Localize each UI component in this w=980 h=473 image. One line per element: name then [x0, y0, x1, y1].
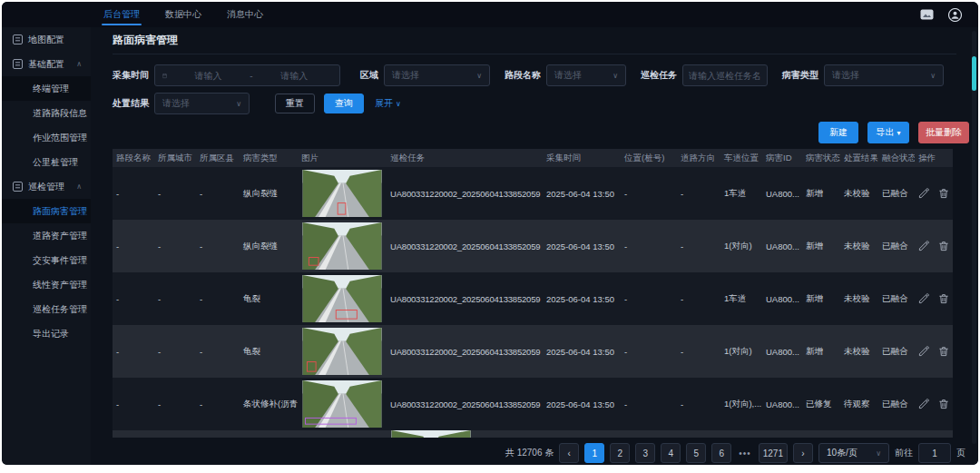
page-button-2[interactable]: 2	[610, 443, 630, 463]
table-row[interactable]: - - - 龟裂 UA800331220002_2025060413385205…	[113, 272, 953, 325]
sidebar-item-pavement-disease-management[interactable]: 路面病害管理	[2, 199, 91, 223]
date-separator: -	[250, 71, 252, 81]
disease-type-select[interactable]: 请选择 ∨	[824, 64, 944, 86]
table-row[interactable]: - - - 龟裂 UA800331220002_2025060413385205…	[113, 325, 953, 378]
cell-collect-time: 2025-06-04 13:50	[543, 347, 621, 357]
result-select[interactable]: 请选择 ∨	[154, 93, 250, 114]
cell-direction: -	[677, 399, 720, 409]
cell-disease-type: 条状修补(沥青)	[240, 399, 298, 410]
main-content: 路面病害管理 采集时间 - 区域 请选择 ∨ 路段名称 请选择 ∨ 巡检任务	[91, 27, 978, 465]
sidebar-group-inspection-management[interactable]: 巡检管理 ∧	[2, 174, 91, 199]
next-page-button[interactable]: ›	[793, 443, 813, 463]
col-result: 处置结果	[840, 153, 878, 164]
prev-page-button[interactable]: ‹	[559, 443, 579, 463]
sidebar-item-traffic-safety-event-management[interactable]: 交安事件管理	[2, 248, 91, 272]
sidebar-group-basic-config[interactable]: 基础配置 ∧	[2, 52, 91, 76]
date-end-input[interactable]	[257, 71, 332, 81]
edit-icon[interactable]	[918, 293, 929, 304]
delete-icon[interactable]	[938, 188, 949, 199]
search-button[interactable]: 查询	[324, 94, 364, 113]
cell-photo[interactable]	[298, 380, 387, 428]
cell-operations	[915, 293, 949, 304]
cell-lane: 1车道	[720, 293, 762, 305]
road-name-select[interactable]: 请选择 ∨	[546, 64, 626, 86]
cell-disease-type: 纵向裂缝	[240, 241, 298, 252]
page-button-6[interactable]: 6	[711, 443, 731, 463]
sidebar-item-inspection-task-management[interactable]: 巡检任务管理	[2, 297, 91, 321]
edit-icon[interactable]	[918, 346, 929, 357]
cell-city: -	[154, 241, 196, 251]
page-ellipsis[interactable]: •••	[737, 448, 753, 458]
cell-photo[interactable]	[298, 328, 387, 375]
tab-backend-management[interactable]: 后台管理	[91, 2, 152, 27]
sidebar-item-milestone-management[interactable]: 公里桩管理	[2, 150, 91, 174]
cell-disease-id: UA800...	[762, 189, 802, 199]
goto-suffix: 页	[956, 447, 965, 459]
page-button-5[interactable]: 5	[686, 443, 706, 463]
scrollbar-thumb[interactable]	[972, 56, 976, 91]
col-county: 所属区县	[196, 153, 240, 164]
sidebar-item-export-records[interactable]: 导出记录	[2, 321, 91, 346]
cell-county: -	[196, 347, 240, 357]
table-row[interactable]: - - - 纵向裂缝 UA800331220002_20250604133852…	[113, 220, 953, 272]
page-button-4[interactable]: 4	[661, 443, 681, 463]
reset-button[interactable]: 重置	[275, 94, 315, 113]
collect-time-label: 采集时间	[113, 69, 149, 82]
road-name-select-placeholder: 请选择	[554, 69, 582, 82]
col-position: 位置(桩号)	[621, 153, 677, 164]
cell-disease-type: 龟裂	[240, 293, 298, 305]
delete-icon[interactable]	[938, 241, 949, 251]
sidebar-item-work-scope-management[interactable]: 作业范围管理	[2, 125, 91, 150]
user-avatar-icon[interactable]	[948, 8, 962, 22]
cell-disease-status: 已修复	[802, 399, 840, 410]
delete-icon[interactable]	[938, 399, 949, 409]
edit-icon[interactable]	[918, 399, 929, 409]
cell-task: UA800331220002_20250604133852059	[387, 294, 543, 304]
screen-image-icon[interactable]	[920, 9, 934, 21]
cell-county: -	[196, 294, 240, 304]
cell-photo[interactable]	[298, 222, 387, 270]
goto-page-input[interactable]	[918, 443, 951, 463]
tab-message-center[interactable]: 消息中心	[214, 2, 276, 27]
edit-icon[interactable]	[918, 188, 929, 199]
cell-direction: -	[677, 189, 720, 199]
page-button-1[interactable]: 1	[584, 443, 604, 463]
chevron-down-icon: ∨	[476, 72, 482, 80]
task-input[interactable]	[689, 71, 761, 81]
road-name-label: 路段名称	[505, 69, 541, 82]
sidebar-item-linear-asset-management[interactable]: 线性资产管理	[2, 272, 91, 297]
expand-link[interactable]: 展开 ∨	[375, 97, 401, 110]
result-select-placeholder: 请选择	[162, 97, 190, 110]
cell-operations	[915, 188, 949, 199]
sidebar-item-road-section-info[interactable]: 道路路段信息	[2, 101, 91, 125]
collect-time-range-picker[interactable]: -	[154, 64, 340, 86]
cell-result: 未校验	[840, 188, 878, 200]
page-button-last[interactable]: 1271	[759, 443, 788, 463]
sidebar-item-map-config[interactable]: 地图配置	[2, 27, 91, 52]
cell-photo[interactable]	[298, 275, 387, 322]
table-row[interactable]: - - - 纵向裂缝 UA800331220002_20250604133852…	[113, 167, 953, 220]
vertical-scrollbar[interactable]	[972, 31, 976, 444]
delete-icon[interactable]	[938, 293, 949, 304]
region-select[interactable]: 请选择 ∨	[384, 64, 490, 86]
app-window: 后台管理 数据中心 消息中心 地图配置 基础配置 ∧ 终端管理 道路路段信息 作…	[2, 2, 978, 465]
sidebar-item-terminal-management[interactable]: 终端管理	[2, 76, 91, 101]
edit-icon[interactable]	[918, 241, 929, 251]
delete-icon[interactable]	[938, 346, 949, 357]
tab-data-center[interactable]: 数据中心	[152, 2, 214, 27]
sidebar-item-road-asset-management[interactable]: 道路资产管理	[2, 223, 91, 248]
page-button-3[interactable]: 3	[635, 443, 655, 463]
cell-fusion-status: 已融合	[878, 293, 915, 305]
col-image: 图片	[298, 153, 387, 164]
cell-photo[interactable]	[298, 170, 387, 217]
export-button[interactable]: 导出 ▾	[867, 122, 909, 143]
create-button[interactable]: 新建	[818, 122, 858, 143]
page-size-select[interactable]: 10条/页 ∨	[818, 443, 889, 463]
cell-fusion-status: 已融合	[878, 399, 915, 410]
date-start-input[interactable]	[171, 71, 246, 81]
document-icon	[13, 59, 23, 69]
top-nav: 后台管理 数据中心 消息中心	[91, 2, 276, 27]
cell-city: -	[154, 347, 196, 357]
table-row[interactable]: - - - 条状修补(沥青) UA800331220002_2025060413…	[113, 378, 953, 430]
batch-delete-button[interactable]: 批量删除	[918, 122, 969, 143]
